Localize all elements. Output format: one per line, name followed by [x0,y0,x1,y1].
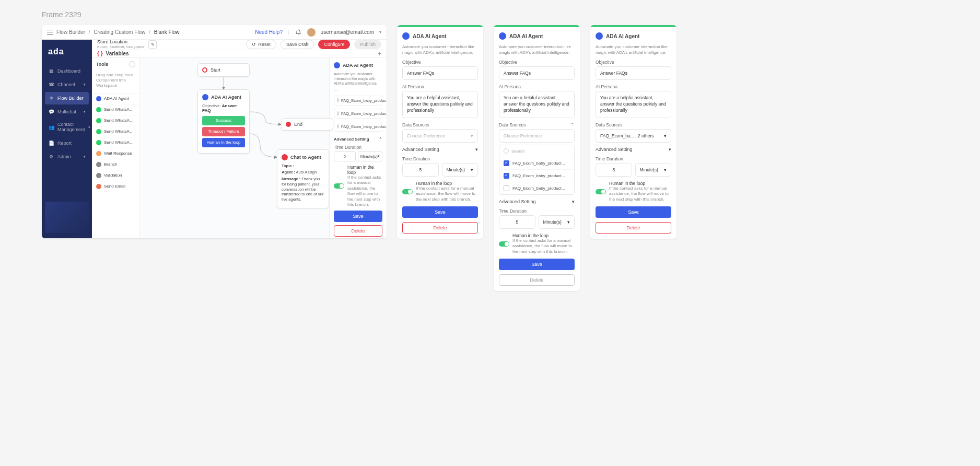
objective-input[interactable]: Answer FAQs [499,66,575,80]
checkbox[interactable] [504,173,509,179]
delete-button[interactable]: Delete [402,222,478,234]
help-link[interactable]: Need Help? [255,29,283,35]
branch-output[interactable]: Human in the loop [202,138,245,147]
tools-hint: Drag and Drop Your Component Into Worksp… [92,71,139,93]
search-input[interactable]: Search [499,145,574,157]
checkbox[interactable] [504,185,509,191]
human-loop-toggle[interactable] [402,189,413,194]
design-canvas: Flow Builder / Creating Custom Flow / Bl… [10,25,970,291]
sidebar-decoration [45,202,89,233]
chevron-down-icon[interactable]: ▾ [379,30,381,34]
breadcrumb-item[interactable]: Flow Builder [56,29,85,35]
config-panel-variant-selected: ADA AI Agent Automate you customer inter… [590,25,676,239]
tool-item[interactable]: ADA AI Agent [92,93,139,104]
save-button[interactable]: Save [499,259,575,270]
chevron-up-icon[interactable]: ⌃ [379,137,382,142]
tool-item[interactable]: Send WhatsApp Template [92,137,139,148]
sidebar-item-report[interactable]: 📄 Report [45,137,89,149]
tool-color-icon [96,107,101,112]
tool-item[interactable]: Branch [92,159,139,170]
flow-canvas[interactable]: Start ADA AI Agent Objective: Answer FAQ [140,58,329,238]
delete-button[interactable]: Delete [499,274,575,286]
branch-output[interactable]: Timeout / Failure [202,127,245,136]
chevron-up-icon[interactable]: ⌃ [570,122,575,127]
sidebar-item-channel[interactable]: ☎ Channel ▾ [45,78,89,91]
time-value-input[interactable]: 5 [499,215,535,229]
save-button[interactable]: Save [334,211,382,222]
sidebar-item-flow-builder[interactable]: ⚛ Flow Builder [45,92,89,104]
hamburger-icon[interactable] [47,30,53,35]
time-unit-select[interactable]: Minute(s)▾ [635,163,672,177]
avatar[interactable] [307,28,316,37]
sidebar: ada ▦ Dashboard ☎ Channel ▾ ⚛ Flow Build… [42,40,92,238]
objective-input[interactable]: Answer FAQs [402,66,478,80]
store-info: Store Location ecom, location, bodypack [97,40,144,50]
tool-item[interactable]: Wait Response [92,148,139,159]
config-subtitle: Automate you customer interaction like m… [334,72,382,86]
sidebar-item-dashboard[interactable]: ▦ Dashboard [45,65,89,77]
human-loop-toggle[interactable] [334,183,344,189]
edit-icon[interactable]: ✎ [148,40,157,49]
sidebar-item-label: Admin [57,154,71,159]
search-icon[interactable] [129,61,135,67]
persona-input[interactable]: You are a helpful assistant, answer the … [596,91,671,118]
ai-agent-node[interactable]: ADA AI Agent Objective: Answer FAQ Succe… [197,89,250,154]
time-value-input[interactable]: 5 [402,163,439,177]
tool-item[interactable]: Send WhatsApp Message [92,104,139,115]
reset-button[interactable]: ↺Reset [246,40,276,49]
sidebar-item-admin[interactable]: ⚙ Admin ▾ [45,150,89,163]
human-loop-toggle[interactable] [499,241,509,247]
tool-item[interactable]: Send WhatsApp List [92,115,139,126]
sidebar-item-contact[interactable]: 👥 Contact Management ▾ [45,119,89,136]
sidebar-item-multichat[interactable]: 💬 Multichat ▾ [45,106,89,118]
checkbox[interactable] [504,160,509,166]
faq-chip[interactable]: FAQ_Ecom_baby_produc... [334,109,382,119]
time-value-input[interactable]: 5 [334,152,356,161]
human-loop-toggle[interactable] [596,189,606,194]
user-email[interactable]: usernanse@email.com [321,29,374,35]
data-sources-select[interactable]: FAQ_Ecom_ba... , 2 others▾ [596,129,671,143]
tool-color-icon [96,129,101,134]
objective-input[interactable]: Answer FAQs [596,66,671,80]
persona-input[interactable]: You are a helpful assistant, answer the … [499,91,575,118]
configure-button[interactable]: Configure [318,40,350,49]
advanced-setting-toggle[interactable]: Advanced Setting▾ [499,199,575,204]
time-unit-select[interactable]: Minute(s)▾ [539,215,575,229]
tool-item[interactable]: Send Email [92,181,139,192]
data-source-option[interactable]: FAQ_Ecom_baby_product... [499,170,574,182]
tool-item[interactable]: Validation [92,170,139,181]
data-sources-select[interactable]: Choose Preference▾ [402,129,478,143]
faq-chip[interactable]: FAQ_Ecom_baby_produc... [334,122,382,132]
data-sources-select[interactable]: Choose Preference [499,129,575,143]
persona-input[interactable]: You are a helpful assistant, answer the … [402,91,478,118]
save-draft-button[interactable]: Save Draft [281,40,314,49]
time-unit-select[interactable]: Minute(s)▾ [442,163,479,177]
bell-icon[interactable] [295,29,302,36]
end-node[interactable]: End [281,118,333,131]
ai-avatar-icon [402,32,410,40]
start-node[interactable]: Start [197,63,250,77]
time-unit-select[interactable]: Minute(s)▾ [358,152,382,161]
publish-button[interactable]: Publish [354,40,381,49]
plus-icon[interactable]: + [378,50,381,57]
config-panel-variant-open: ADA AI Agent Automate you customer inter… [494,25,580,291]
breadcrumb-item[interactable]: Creating Custom Flow [94,29,145,35]
sidebar-item-label: Contact Management [57,122,85,133]
tool-item[interactable]: Send WhatsApp Button [92,126,139,137]
delete-button[interactable]: Delete [334,225,382,237]
delete-button[interactable]: Delete [596,222,671,234]
save-button[interactable]: Save [596,206,671,218]
faq-chip[interactable]: FAQ_Ecom_baby_produc... [334,96,382,106]
save-button[interactable]: Save [402,206,478,218]
advanced-setting-toggle[interactable]: Advanced Setting▾ [402,147,478,152]
data-source-option[interactable]: FAQ_Ecom_baby_product... [499,182,574,194]
sidebar-item-label: Multichat [57,109,76,114]
data-source-option[interactable]: FAQ_Ecom_baby_product... [499,157,574,170]
advanced-setting-toggle[interactable]: Advanced Setting▾ [596,147,671,152]
advanced-setting-label[interactable]: Advanced Setting [334,137,369,142]
chat-agent-node[interactable]: Chat to Agent Topic : Agent : Auto Assig… [277,149,329,208]
report-icon: 📄 [48,140,54,146]
time-value-input[interactable]: 5 [596,163,632,177]
sidebar-item-label: Report [57,141,72,146]
branch-output[interactable]: Success [202,116,245,125]
